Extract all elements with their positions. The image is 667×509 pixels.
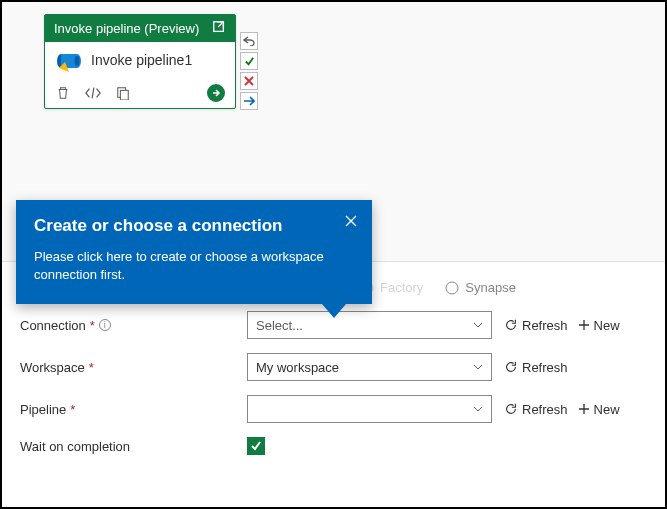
activity-footer — [45, 78, 235, 108]
refresh-label: Refresh — [522, 402, 568, 417]
connection-label: Connection * i — [20, 318, 235, 333]
refresh-icon — [504, 402, 518, 416]
delete-icon[interactable] — [55, 85, 71, 101]
activity-body: Invoke pipeline1 — [45, 42, 235, 78]
refresh-label: Refresh — [522, 318, 568, 333]
activity-name: Invoke pipeline1 — [91, 52, 192, 68]
refresh-icon — [504, 360, 518, 374]
required-indicator: * — [89, 360, 94, 375]
skip-icon[interactable] — [240, 92, 258, 110]
activity-type-label: Invoke pipeline (Preview) — [54, 21, 199, 36]
workspace-value: My workspace — [256, 360, 339, 375]
close-icon[interactable] — [344, 214, 358, 231]
radio-synapse-label: Synapse — [465, 280, 516, 295]
connection-refresh[interactable]: Refresh — [504, 318, 568, 333]
undo-icon[interactable] — [240, 32, 258, 50]
radio-factory-label: Factory — [380, 280, 423, 295]
row-wait-on-completion: Wait on completion — [20, 437, 647, 455]
pipeline-canvas[interactable]: Invoke pipeline (Preview) Invoke pipelin… — [2, 2, 665, 262]
row-workspace: Workspace * My workspace Refresh — [20, 353, 647, 381]
chevron-down-icon — [473, 322, 483, 328]
code-icon[interactable] — [85, 85, 101, 101]
refresh-icon — [504, 318, 518, 332]
service-type-radios: Factory Synapse — [360, 280, 647, 295]
callout-body: Please click here to create or choose a … — [34, 248, 354, 284]
callout-title: Create or choose a connection — [34, 216, 354, 236]
pipeline-select[interactable] — [247, 395, 492, 423]
workspace-refresh[interactable]: Refresh — [504, 360, 568, 375]
pipeline-new[interactable]: New — [578, 402, 620, 417]
svg-point-4 — [75, 56, 80, 66]
required-indicator: * — [70, 402, 75, 417]
plus-icon — [578, 319, 590, 331]
new-label: New — [594, 402, 620, 417]
svg-rect-6 — [120, 90, 128, 100]
wait-label: Wait on completion — [20, 439, 235, 454]
copy-icon[interactable] — [115, 85, 131, 101]
new-label: New — [594, 318, 620, 333]
wait-checkbox[interactable] — [247, 437, 265, 455]
info-icon[interactable]: i — [99, 319, 111, 331]
plus-icon — [578, 403, 590, 415]
workspace-select[interactable]: My workspace — [247, 353, 492, 381]
pipeline-label-text: Pipeline — [20, 402, 66, 417]
connection-value: Select... — [256, 318, 303, 333]
radio-synapse[interactable]: Synapse — [445, 280, 516, 295]
activity-card-invoke-pipeline[interactable]: Invoke pipeline (Preview) Invoke pipelin… — [44, 14, 236, 109]
workspace-label: Workspace * — [20, 360, 235, 375]
svg-point-8 — [446, 282, 458, 294]
connection-callout: Create or choose a connection Please cli… — [16, 200, 372, 304]
open-external-icon[interactable] — [212, 20, 226, 37]
refresh-label: Refresh — [522, 360, 568, 375]
pipeline-label: Pipeline * — [20, 402, 235, 417]
activity-header: Invoke pipeline (Preview) — [45, 15, 235, 42]
chevron-down-icon — [473, 406, 483, 412]
wait-label-text: Wait on completion — [20, 439, 130, 454]
success-icon[interactable] — [240, 52, 258, 70]
chevron-down-icon — [473, 364, 483, 370]
pipeline-refresh[interactable]: Refresh — [504, 402, 568, 417]
row-pipeline: Pipeline * Refresh New — [20, 395, 647, 423]
required-indicator: * — [90, 318, 95, 333]
workspace-label-text: Workspace — [20, 360, 85, 375]
fail-icon[interactable] — [240, 72, 258, 90]
pipeline-icon — [55, 50, 81, 70]
connection-label-text: Connection — [20, 318, 86, 333]
activity-status-icons — [240, 32, 258, 110]
connection-select[interactable]: Select... — [247, 311, 492, 339]
run-icon[interactable] — [207, 84, 225, 102]
connection-new[interactable]: New — [578, 318, 620, 333]
